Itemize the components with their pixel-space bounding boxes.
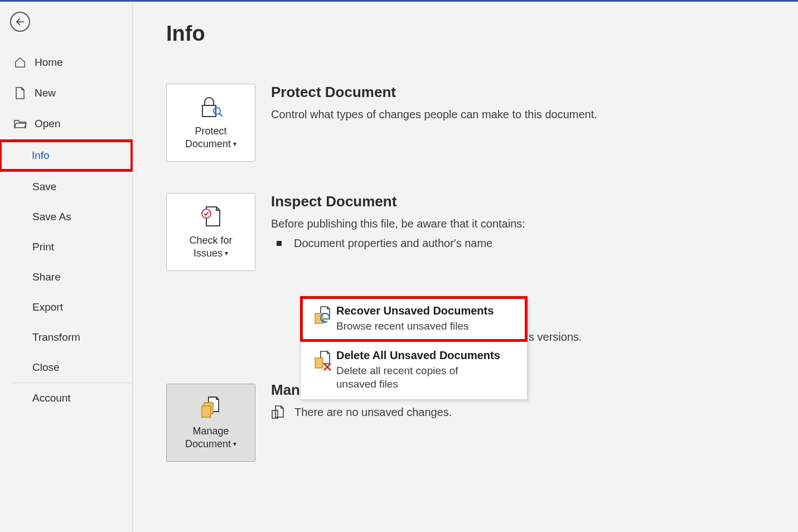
menu-recover-unsaved[interactable]: Recover Unsaved Documents Browse recent … — [301, 297, 527, 341]
doc-check-icon — [199, 205, 223, 228]
delete-title: Delete All Unsaved Documents — [336, 349, 500, 362]
bullet-icon — [277, 241, 282, 246]
nav-save-label: Save — [32, 181, 56, 193]
inspect-row: Check for Issues▾ Inspect Document Befor… — [166, 193, 765, 271]
nav-account[interactable]: Account — [0, 383, 132, 413]
inspect-text: Inspect Document Before publishing this … — [271, 193, 525, 250]
nav-share[interactable]: Share — [0, 262, 132, 292]
check-issues-button[interactable]: Check for Issues▾ — [166, 193, 255, 271]
nav-new[interactable]: New — [0, 78, 132, 109]
new-doc-icon — [14, 86, 26, 100]
nav-open-label: Open — [35, 118, 60, 130]
svg-line-3 — [219, 113, 223, 117]
folder-open-icon — [13, 118, 27, 129]
svg-rect-6 — [202, 406, 211, 417]
manage-desc: There are no unsaved changes. — [294, 404, 452, 420]
protect-btn-line1: Protect — [195, 125, 226, 138]
chevron-down-icon: ▾ — [233, 140, 236, 149]
svg-rect-9 — [315, 358, 323, 368]
inspect-desc: Before publishing this file, be aware th… — [271, 216, 525, 231]
manage-desc-row: There are no unsaved changes. — [271, 404, 452, 420]
protect-document-button[interactable]: Protect Document▾ — [166, 84, 255, 162]
nav-print[interactable]: Print — [0, 232, 132, 262]
nav-list: Home New Open Info Save Save As Print Sh… — [0, 47, 132, 413]
protect-desc: Control what types of changes people can… — [271, 107, 597, 122]
nav-separator — [11, 139, 132, 139]
nav-saveas-label: Save As — [32, 211, 71, 223]
page-title: Info — [166, 22, 765, 46]
nav-close-label: Close — [32, 361, 60, 374]
manage-document-menu: Recover Unsaved Documents Browse recent … — [300, 296, 528, 400]
menu-delete-unsaved[interactable]: Delete All Unsaved Documents Delete all … — [301, 341, 527, 399]
nav-info-highlight: Info — [0, 141, 132, 171]
manage-document-button[interactable]: Manage Document▾ — [166, 384, 255, 462]
nav-transform[interactable]: Transform — [0, 322, 132, 352]
svg-point-4 — [202, 209, 211, 218]
chevron-down-icon: ▾ — [233, 440, 236, 449]
protect-text: Protect Document Control what types of c… — [271, 84, 597, 122]
nav-close[interactable]: Close — [0, 352, 132, 383]
delete-docs-icon — [313, 350, 335, 373]
nav-info[interactable]: Info — [0, 141, 132, 171]
recover-title: Recover Unsaved Documents — [336, 304, 494, 317]
lock-key-icon — [198, 95, 224, 119]
manage-btn-line1: Manage — [192, 425, 229, 438]
main-container: Home New Open Info Save Save As Print Sh… — [0, 2, 798, 532]
inspect-btn-line1: Check for — [189, 234, 232, 247]
nav-saveas[interactable]: Save As — [0, 202, 132, 232]
nav-transform-label: Transform — [32, 331, 80, 344]
nav-account-label: Account — [32, 392, 71, 404]
recover-desc: Browse recent unsaved files — [336, 320, 481, 333]
manage-btn-line2: Document — [185, 438, 231, 451]
protect-btn-line2: Document — [185, 138, 231, 151]
nav-info-label: Info — [32, 149, 50, 162]
nav-new-label: New — [35, 87, 56, 99]
nav-share-label: Share — [32, 271, 61, 283]
chevron-down-icon: ▾ — [225, 249, 228, 258]
nav-export-label: Export — [32, 301, 63, 313]
nav-home-label: Home — [35, 56, 63, 69]
nav-print-label: Print — [32, 241, 54, 253]
inspect-bullet-item: Document properties and author's name — [271, 237, 525, 250]
home-icon — [14, 56, 26, 69]
nav-home[interactable]: Home — [0, 47, 132, 78]
inspect-bullet1: Document properties and author's name — [294, 237, 492, 250]
doc-small-icon — [271, 405, 284, 419]
inspect-btn-line2: Issues — [194, 247, 223, 260]
delete-desc: Delete all recent copies of unsaved file… — [336, 364, 481, 391]
versions-fragment: s versions. — [529, 331, 582, 344]
nav-export[interactable]: Export — [0, 292, 132, 322]
nav-open[interactable]: Open — [0, 109, 132, 139]
doc-stack-icon — [199, 396, 223, 418]
protect-title: Protect Document — [271, 84, 597, 101]
protect-row: Protect Document▾ Protect Document Contr… — [166, 84, 765, 162]
recover-icon — [313, 306, 335, 328]
back-button[interactable] — [10, 12, 30, 32]
backstage-sidebar: Home New Open Info Save Save As Print Sh… — [0, 2, 133, 532]
main-content: Info Protect Document▾ Protect Document … — [133, 2, 798, 532]
inspect-title: Inspect Document — [271, 193, 525, 210]
nav-save[interactable]: Save — [0, 172, 132, 202]
arrow-left-icon — [15, 17, 25, 27]
